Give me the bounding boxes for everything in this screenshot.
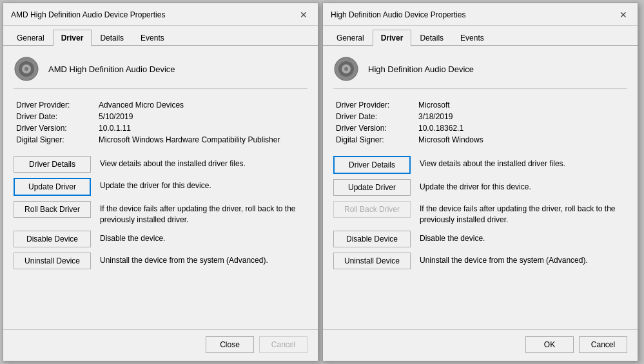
tab-driver[interactable]: Driver bbox=[53, 30, 92, 46]
dialog-footer: OKCancel bbox=[323, 329, 638, 361]
info-label: Digital Signer: bbox=[16, 135, 93, 144]
button-row: Driver DetailsView details about the ins… bbox=[14, 156, 307, 173]
info-label: Driver Date: bbox=[336, 112, 413, 121]
button-row: Update DriverUpdate the driver for this … bbox=[14, 178, 307, 196]
info-label: Digital Signer: bbox=[336, 135, 413, 144]
driver-details-button[interactable]: Driver Details bbox=[333, 156, 411, 174]
info-label: Driver Provider: bbox=[336, 101, 413, 110]
driver-info-grid: Driver Provider:MicrosoftDriver Date:3/1… bbox=[333, 101, 627, 144]
tab-events[interactable]: Events bbox=[452, 30, 493, 46]
driver-buttons-section: Driver DetailsView details about the ins… bbox=[14, 156, 307, 319]
tab-bar: GeneralDriverDetailsEvents bbox=[3, 26, 318, 46]
speaker-icon bbox=[14, 56, 39, 82]
window-title: AMD High Definition Audio Device Propert… bbox=[11, 10, 165, 19]
close-button[interactable]: Close bbox=[206, 336, 254, 353]
svg-point-3 bbox=[24, 67, 28, 71]
driver-info-grid: Driver Provider:Advanced Micro DevicesDr… bbox=[14, 101, 307, 144]
info-value: Microsoft bbox=[418, 101, 625, 110]
button-description: If the device fails after updating the d… bbox=[100, 201, 307, 225]
button-description: View details about the installed driver … bbox=[100, 156, 246, 169]
button-row: Uninstall DeviceUninstall the device fro… bbox=[14, 253, 307, 269]
button-description: Update the driver for this device. bbox=[100, 178, 211, 191]
tab-details[interactable]: Details bbox=[92, 30, 132, 46]
close-window-button[interactable]: ✕ bbox=[297, 8, 310, 21]
cancel-button: Cancel bbox=[259, 336, 307, 353]
uninstall-device-button[interactable]: Uninstall Device bbox=[333, 253, 411, 269]
uninstall-device-button[interactable]: Uninstall Device bbox=[14, 253, 91, 269]
button-row: Update DriverUpdate the driver for this … bbox=[333, 179, 627, 196]
info-value: Advanced Micro Devices bbox=[99, 101, 305, 110]
cancel-button[interactable]: Cancel bbox=[579, 336, 627, 353]
roll-back-driver-button: Roll Back Driver bbox=[333, 201, 411, 218]
title-bar: AMD High Definition Audio Device Propert… bbox=[3, 3, 318, 26]
info-label: Driver Version: bbox=[16, 124, 93, 133]
button-description: Uninstall the device from the system (Ad… bbox=[420, 253, 588, 266]
button-row: Driver DetailsView details about the ins… bbox=[333, 156, 627, 174]
dialog-1: AMD High Definition Audio Device Propert… bbox=[3, 3, 318, 361]
button-description: Disable the device. bbox=[100, 231, 165, 244]
update-driver-button[interactable]: Update Driver bbox=[333, 179, 411, 196]
info-label: Driver Version: bbox=[336, 124, 413, 133]
button-description: Update the driver for this device. bbox=[420, 179, 531, 193]
info-label: Driver Date: bbox=[16, 112, 93, 121]
driver-details-button[interactable]: Driver Details bbox=[14, 156, 91, 173]
info-value: Microsoft Windows bbox=[418, 135, 625, 144]
disable-device-button[interactable]: Disable Device bbox=[333, 231, 411, 247]
tab-details[interactable]: Details bbox=[411, 30, 452, 46]
tab-content: AMD High Definition Audio Device Driver … bbox=[3, 46, 318, 329]
device-name: AMD High Definition Audio Device bbox=[48, 64, 175, 74]
tab-events[interactable]: Events bbox=[132, 30, 173, 46]
driver-buttons-section: Driver DetailsView details about the ins… bbox=[333, 156, 627, 319]
button-row: Roll Back DriverIf the device fails afte… bbox=[333, 201, 627, 225]
info-value: 3/18/2019 bbox=[418, 112, 625, 121]
tab-bar: GeneralDriverDetailsEvents bbox=[323, 26, 638, 46]
device-name: High Definition Audio Device bbox=[368, 64, 474, 74]
button-description: Disable the device. bbox=[420, 231, 485, 244]
button-description: Uninstall the device from the system (Ad… bbox=[100, 253, 268, 266]
update-driver-button[interactable]: Update Driver bbox=[14, 178, 91, 196]
tab-general[interactable]: General bbox=[8, 30, 53, 46]
device-header: AMD High Definition Audio Device bbox=[14, 56, 307, 89]
close-window-button[interactable]: ✕ bbox=[617, 8, 630, 21]
info-value: Microsoft Windows Hardware Compatibility… bbox=[99, 135, 305, 144]
tab-content: High Definition Audio Device Driver Prov… bbox=[323, 46, 638, 329]
speaker-icon bbox=[333, 56, 359, 82]
device-header: High Definition Audio Device bbox=[333, 56, 627, 89]
tab-driver[interactable]: Driver bbox=[373, 30, 412, 46]
disable-device-button[interactable]: Disable Device bbox=[14, 231, 91, 247]
info-value: 10.0.18362.1 bbox=[418, 124, 625, 133]
info-value: 10.0.1.11 bbox=[99, 124, 305, 133]
button-description: If the device fails after updating the d… bbox=[420, 201, 627, 225]
button-description: View details about the installed driver … bbox=[420, 156, 565, 169]
ok-button[interactable]: OK bbox=[525, 336, 574, 353]
button-row: Disable DeviceDisable the device. bbox=[333, 231, 627, 247]
button-row: Uninstall DeviceUninstall the device fro… bbox=[333, 253, 627, 269]
info-value: 5/10/2019 bbox=[99, 112, 305, 121]
dialog-2: High Definition Audio Device Properties … bbox=[322, 3, 638, 361]
svg-point-7 bbox=[344, 67, 348, 71]
dialog-footer: CloseCancel bbox=[3, 329, 318, 361]
button-row: Roll Back DriverIf the device fails afte… bbox=[14, 201, 307, 225]
button-row: Disable DeviceDisable the device. bbox=[14, 231, 307, 247]
title-bar: High Definition Audio Device Properties … bbox=[323, 3, 638, 26]
info-label: Driver Provider: bbox=[16, 101, 93, 110]
roll-back-driver-button[interactable]: Roll Back Driver bbox=[14, 201, 91, 218]
window-title: High Definition Audio Device Properties bbox=[331, 10, 465, 19]
tab-general[interactable]: General bbox=[328, 30, 373, 46]
